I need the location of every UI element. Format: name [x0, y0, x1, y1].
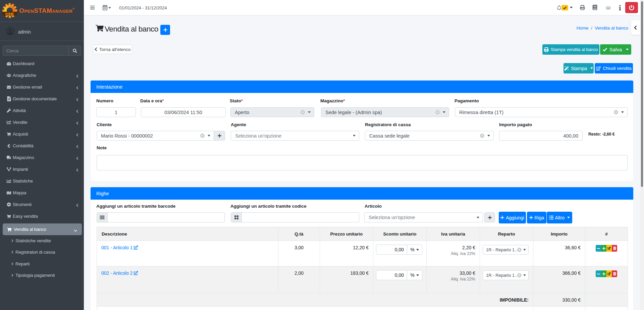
- svg-text:OSM: OSM: [5, 12, 14, 15]
